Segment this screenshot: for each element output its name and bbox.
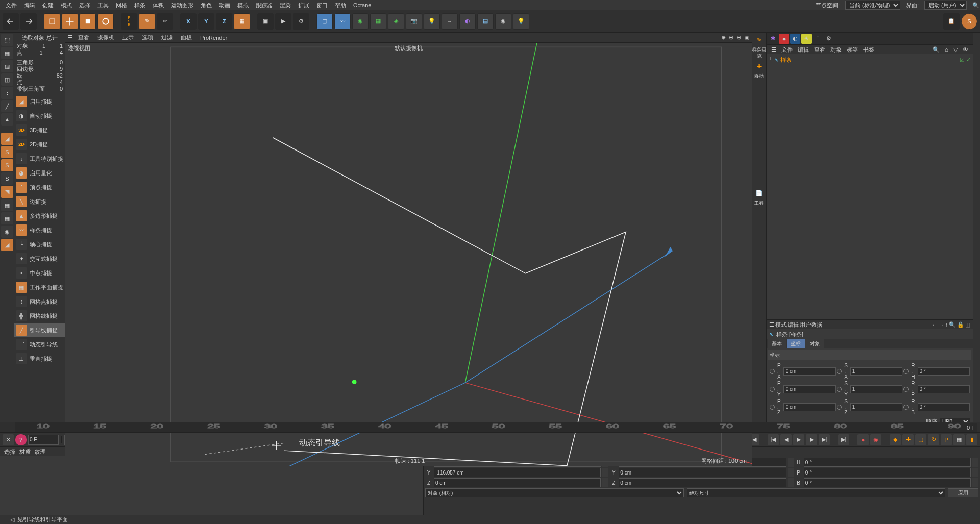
edge-mode[interactable]: ╱	[1, 100, 13, 112]
project-icon[interactable]: 📄	[753, 188, 765, 199]
add-floor[interactable]: ▤	[477, 13, 494, 30]
snap-3d[interactable]: 3D3D捕捉	[14, 123, 65, 137]
menu-volume[interactable]: 体积	[150, 1, 167, 10]
snap-group-9[interactable]: ◢	[1, 239, 13, 251]
key-rot[interactable]: ↻	[928, 434, 939, 445]
rot-p[interactable]	[804, 468, 971, 477]
am-search-icon[interactable]: 🔍	[949, 321, 956, 328]
vp-filter[interactable]: 过滤	[158, 33, 176, 42]
rp-anim[interactable]	[903, 387, 909, 392]
px-anim[interactable]	[770, 369, 775, 374]
rot-b[interactable]	[804, 478, 971, 487]
undo-button[interactable]	[3, 13, 19, 30]
poly-mode[interactable]: ▲	[1, 113, 13, 126]
add-null[interactable]: →	[442, 13, 458, 30]
add-scene[interactable]: ◉	[495, 13, 511, 30]
snap-midpoint[interactable]: •中点捕捉	[14, 266, 65, 280]
snap-group-2[interactable]: S	[1, 146, 13, 158]
sx-anim[interactable]	[837, 369, 842, 374]
size-y[interactable]	[619, 468, 786, 477]
mat-material[interactable]: 材质	[19, 448, 31, 456]
x-axis-toggle[interactable]: X	[180, 13, 197, 30]
snap-gridline[interactable]: ╬网格线捕捉	[14, 309, 65, 323]
snap-group-6[interactable]: ▦	[1, 199, 13, 211]
rotate-tool[interactable]	[97, 13, 114, 30]
snap-edge[interactable]: ╲边捕捉	[14, 194, 65, 209]
rb-aperture-icon[interactable]: ✱	[768, 34, 778, 44]
snap-interactive[interactable]: ✦交互式捕捉	[14, 252, 65, 266]
add-environment[interactable]: ◈	[388, 13, 404, 30]
snap-workplane[interactable]: ▦工作平面捕捉	[14, 280, 65, 294]
help-icon[interactable]: ?	[15, 434, 27, 445]
shuffle-icon[interactable]: ⤨	[3, 434, 14, 445]
move-tool[interactable]	[62, 13, 78, 30]
am-up-icon[interactable]: ↑	[945, 321, 948, 328]
py-input[interactable]	[783, 385, 836, 393]
key-pla[interactable]: ▦	[953, 434, 965, 445]
menu-select[interactable]: 选择	[76, 1, 93, 10]
om-filter-icon[interactable]: ▽	[951, 46, 960, 54]
render-settings[interactable]: ⚙	[293, 13, 309, 30]
om-eye-icon[interactable]: 👁	[961, 46, 970, 53]
rp-input[interactable]	[918, 385, 970, 393]
key-pos[interactable]: ✚	[902, 434, 914, 445]
coord-system[interactable]: ▦	[234, 13, 250, 30]
pz-anim[interactable]	[770, 405, 775, 410]
add-field[interactable]: ◐	[459, 13, 476, 30]
apply-button[interactable]: 应用	[948, 488, 978, 497]
menu-create[interactable]: 创建	[39, 1, 57, 10]
goto-end[interactable]: ▶|	[838, 434, 849, 445]
snap-gridpoint[interactable]: ⊹网格点捕捉	[14, 294, 65, 309]
vp-prorender[interactable]: ProRender	[197, 34, 230, 42]
vp-panel[interactable]: 面板	[178, 33, 195, 42]
tab-basic[interactable]: 基本	[768, 339, 786, 348]
move-palette[interactable]: ✚	[753, 61, 765, 72]
snap-perpendicular[interactable]: ⊥垂直捕捉	[14, 352, 65, 366]
rb-input[interactable]	[918, 403, 970, 411]
menu-animate[interactable]: 动画	[216, 1, 233, 10]
tab-object[interactable]: 对象	[805, 339, 824, 348]
om-tags[interactable]: 标签	[845, 45, 860, 54]
rh-input[interactable]	[918, 367, 970, 376]
pz-input[interactable]	[783, 403, 836, 411]
render-toggle[interactable]: ✓	[966, 57, 971, 63]
workplane-mode[interactable]: ◫	[1, 73, 13, 86]
om-file[interactable]: 文件	[779, 45, 795, 54]
snap-group-3[interactable]: S	[1, 159, 13, 171]
frame-start[interactable]	[28, 435, 59, 445]
timeline-ruler[interactable]: 101520 253035 404550 556065 707580 8590 …	[0, 422, 980, 433]
pos-z[interactable]	[434, 478, 601, 487]
sz-input[interactable]	[850, 403, 902, 411]
snap-spline[interactable]: 〰样条捕捉	[14, 223, 65, 237]
snap-quantize[interactable]: ◕启用量化	[14, 166, 65, 180]
add-cube[interactable]: ▢	[316, 13, 333, 30]
am-userdata[interactable]: 用户数据	[800, 321, 822, 329]
viewport[interactable]: 透视视图 默认摄像机 动态	[65, 43, 752, 466]
menu-file[interactable]: 文件	[3, 1, 20, 10]
render-view[interactable]: ▣	[257, 13, 274, 30]
key-sel[interactable]: ◆	[890, 434, 901, 445]
am-mode[interactable]: 模式	[775, 321, 787, 329]
menu-character[interactable]: 角色	[198, 1, 215, 10]
vp-options[interactable]: 选项	[139, 33, 156, 42]
coord-mode-select[interactable]: 对象 (相对)	[425, 488, 684, 497]
tree-item-spline[interactable]: └ ∿ 样条 ☑ ✓	[768, 55, 972, 64]
add-spline[interactable]: 〰	[334, 13, 351, 30]
snap-tool[interactable]: ↓工具特别捕捉	[14, 152, 65, 166]
play[interactable]: ▶	[793, 434, 804, 445]
om-bookmarks[interactable]: 书签	[861, 45, 876, 54]
snap-auto[interactable]: ◑自动捕捉	[14, 109, 65, 123]
autokey[interactable]: ◉	[870, 434, 881, 445]
model-mode[interactable]: ⬚	[1, 34, 13, 46]
vp-display[interactable]: 显示	[119, 33, 137, 42]
mat-select[interactable]: 选择	[4, 448, 15, 456]
add-light[interactable]: 💡	[424, 13, 440, 30]
status-grip-icon[interactable]: ≡	[4, 517, 7, 523]
octane-button[interactable]: S	[961, 13, 977, 30]
vp-nav-icon-4[interactable]: ▣	[744, 34, 749, 41]
snap-group-1[interactable]: ◢	[1, 133, 13, 145]
search-icon[interactable]: 🔍	[969, 1, 977, 10]
visibility-toggle[interactable]: ☑	[960, 57, 965, 63]
add-deformer[interactable]: ▦	[370, 13, 386, 30]
spline-pen-tool[interactable]: ✎	[753, 34, 765, 45]
